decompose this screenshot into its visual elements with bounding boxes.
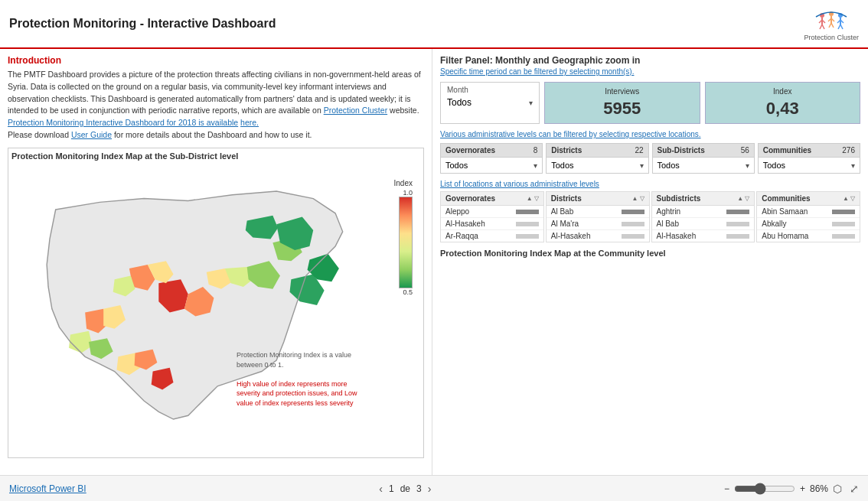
zoom-percent: 86%	[810, 483, 828, 494]
svg-line-16	[838, 24, 840, 29]
location-list-title[interactable]: List of locations at various administrat…	[440, 180, 860, 188]
subdistricts-label: Sub-Districts	[658, 146, 705, 155]
page-nav: ‹ 1 de 3 ›	[379, 483, 431, 495]
location-col-governorates[interactable]: Governorates▲▽AleppoAl-HasakehAr-Raqqa	[440, 191, 544, 242]
left-panel: Introduction The PMTF Dashboard provides…	[0, 49, 432, 475]
subdistricts-dropdown[interactable]: Todos ▾	[653, 158, 754, 173]
districts-dropdown[interactable]: Todos ▾	[547, 158, 648, 173]
item-bar	[622, 222, 644, 226]
item-bar	[516, 210, 539, 214]
zoom-plus-icon[interactable]: +	[800, 483, 805, 494]
map-legend: Index 1.0 0.5	[394, 179, 413, 296]
list-item[interactable]: Ar-Raqqa	[441, 230, 543, 242]
powerbi-link[interactable]: Microsoft Power BI	[9, 483, 86, 494]
sort-asc-icon[interactable]: ▲	[843, 195, 849, 202]
fullscreen-icon[interactable]: ⤢	[850, 483, 859, 495]
month-selector[interactable]: Month Todos ▾	[440, 82, 540, 124]
sort-desc-icon[interactable]: ▽	[745, 195, 749, 202]
location-col-title: Districts	[551, 194, 582, 203]
list-item[interactable]: Al-Hasakeh	[652, 230, 755, 242]
intro-paragraph1-end: website.	[390, 106, 419, 115]
admin-filter-subtitle[interactable]: Various administrative levels can be fil…	[440, 130, 860, 138]
list-item[interactable]: Aleppo	[441, 206, 543, 218]
districts-filter[interactable]: Districts 22 Todos ▾	[546, 143, 648, 174]
communities-filter[interactable]: Communities 276 Todos ▾	[758, 143, 860, 174]
index-label: Index	[773, 87, 791, 96]
svg-line-17	[840, 24, 843, 29]
location-table: Governorates▲▽AleppoAl-HasakehAr-RaqqaDi…	[440, 191, 860, 242]
next-page-button[interactable]: ›	[428, 483, 432, 495]
communities-label: Communities	[763, 146, 811, 155]
stats-row: Month Todos ▾ Interviews 5955 Index 0,43	[440, 82, 860, 124]
sort-icons: ▲▽	[843, 195, 855, 202]
list-item[interactable]: Al-Hasakeh	[441, 218, 543, 230]
subdistricts-chevron-icon: ▾	[746, 161, 749, 170]
map-content: Index 1.0 0.5 Protection Monitoring Inde…	[11, 164, 420, 454]
sort-desc-icon[interactable]: ▽	[534, 195, 539, 202]
month-label: Month	[447, 86, 533, 94]
legend-row	[399, 197, 413, 288]
filter-time-subtitle[interactable]: Specific time period can be filtered by …	[440, 67, 860, 76]
share-icon[interactable]: ⬡	[833, 483, 842, 495]
zoom-minus-icon[interactable]: −	[724, 483, 729, 494]
list-item[interactable]: Al-Hasakeh	[547, 230, 649, 242]
bottom-bar: Microsoft Power BI ‹ 1 de 3 › − + 86% ⬡ …	[0, 475, 868, 501]
location-col-header: Communities▲▽	[757, 192, 860, 206]
legend-high: 1.0	[403, 189, 413, 197]
svg-line-4	[820, 24, 822, 29]
sort-asc-icon[interactable]: ▲	[737, 195, 743, 202]
list-item[interactable]: Al Bab	[547, 206, 649, 218]
list-item[interactable]: Abu Homama	[757, 230, 860, 242]
communities-dropdown[interactable]: Todos ▾	[759, 158, 860, 173]
subdistricts-filter[interactable]: Sub-Districts 56 Todos ▾	[652, 143, 755, 174]
svg-line-5	[822, 24, 824, 29]
index-value: 0,43	[766, 99, 799, 119]
governorates-dropdown[interactable]: Todos ▾	[441, 158, 542, 173]
content-area: Introduction The PMTF Dashboard provides…	[0, 49, 868, 475]
sort-desc-icon[interactable]: ▽	[850, 195, 855, 202]
month-dropdown[interactable]: Todos ▾	[447, 97, 533, 108]
sort-asc-icon[interactable]: ▲	[527, 195, 533, 202]
dashboard-2018-link[interactable]: Protection Monitoring Interactive Dashbo…	[8, 118, 238, 127]
governorates-header: Governorates 8	[441, 144, 542, 158]
page-separator: de	[400, 483, 410, 494]
syria-map[interactable]	[11, 164, 420, 454]
item-bar	[516, 234, 539, 239]
here-link[interactable]: here.	[240, 118, 259, 127]
item-bar	[832, 210, 855, 214]
governorates-label: Governorates	[445, 146, 495, 155]
list-item[interactable]: Aghtrin	[652, 206, 755, 218]
protection-cluster-link[interactable]: Protection Cluster	[324, 106, 387, 115]
governorates-filter[interactable]: Governorates 8 Todos ▾	[440, 143, 543, 174]
map-section: Protection Monitoring Index Map at the S…	[8, 148, 424, 458]
month-chevron-icon: ▾	[529, 99, 533, 107]
prev-page-button[interactable]: ‹	[379, 483, 383, 495]
location-col-subdistricts[interactable]: Subdistricts▲▽AghtrinAl BabAl-Hasakeh	[651, 191, 755, 242]
list-item[interactable]: Al Bab	[652, 218, 755, 230]
list-item[interactable]: Al Ma'ra	[547, 218, 649, 230]
intro-title: Introduction	[8, 55, 424, 66]
intro-section: Introduction The PMTF Dashboard provides…	[8, 55, 424, 142]
governorates-chevron-icon: ▾	[534, 161, 537, 170]
user-guide-link[interactable]: User Guide	[71, 130, 112, 139]
sort-asc-icon[interactable]: ▲	[632, 195, 638, 202]
filter-panel-title: Filter Panel: Monthly and Geographic zoo…	[440, 55, 860, 66]
subdistricts-count: 56	[741, 146, 749, 155]
index-stat-box: Index 0,43	[705, 82, 861, 124]
communities-header: Communities 276	[759, 144, 860, 158]
item-bar	[726, 210, 749, 214]
item-bar	[726, 234, 749, 239]
interviews-value: 5955	[603, 99, 641, 119]
location-col-header: Districts▲▽	[547, 192, 649, 206]
page-title: Protection Monitoring - Interactive Dash…	[9, 17, 276, 31]
list-item[interactable]: Abkally	[757, 218, 860, 230]
sort-desc-icon[interactable]: ▽	[640, 195, 644, 202]
location-col-communities[interactable]: Communities▲▽Abin SamaanAbkallyAbu Homam…	[756, 191, 860, 242]
item-bar	[516, 222, 539, 226]
legend-desc2: High value of index represents more seve…	[237, 380, 357, 407]
list-item[interactable]: Abin Samaan	[757, 206, 860, 218]
paragraph2-end: for more details about the Dashboard and…	[114, 130, 312, 139]
location-col-districts[interactable]: Districts▲▽Al BabAl Ma'raAl-Hasakeh	[546, 191, 650, 242]
zoom-slider[interactable]	[734, 483, 795, 495]
location-col-title: Governorates	[445, 194, 495, 203]
